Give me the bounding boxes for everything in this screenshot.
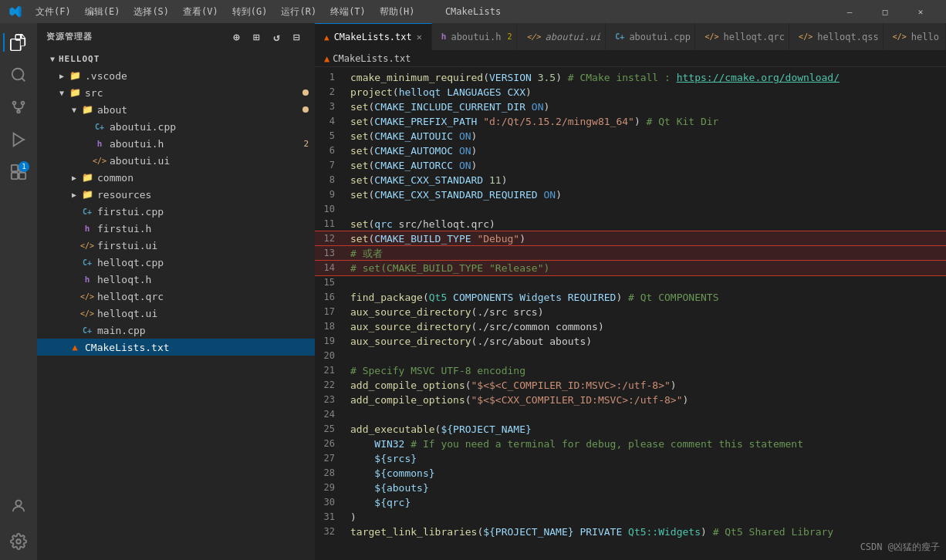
tree-item-label: main.cpp <box>97 325 146 336</box>
hello-tab-icon: </> <box>893 32 907 41</box>
chevron-down-icon: ▼ <box>56 86 68 99</box>
refresh-button[interactable]: ↺ <box>269 29 285 46</box>
code-line-15: 15 <box>315 275 946 290</box>
resources-folder-icon: 📁 <box>80 187 94 201</box>
sidebar-item-resources[interactable]: ▶ 📁 resources <box>37 186 315 203</box>
code-line-31: 31 ) <box>315 510 946 525</box>
menu-edit[interactable]: 编辑(E) <box>79 4 127 20</box>
tab-hello[interactable]: </> hello <box>883 23 946 50</box>
new-folder-button[interactable]: ⊞ <box>248 29 265 46</box>
window-title: CMakeLists <box>445 6 501 17</box>
breadcrumb-text: CMakeLists.txt <box>333 53 410 64</box>
activity-bar: 1 <box>0 23 37 560</box>
code-line-29: 29 ${abouts} <box>315 481 946 495</box>
tree-item-label: src <box>85 87 103 99</box>
code-line-23: 23 add_compile_options("$<$<CXX_COMPILER… <box>315 393 946 407</box>
modified-dot <box>302 89 309 96</box>
tab-label: CMakeLists.txt <box>334 32 412 42</box>
cmake-tab-icon: ▲ <box>324 32 329 42</box>
extensions-icon[interactable]: 1 <box>3 157 34 187</box>
sidebar-item-helloqt-qrc[interactable]: ▶ </> helloqt.qrc <box>37 288 315 305</box>
tab-aboutui-ui[interactable]: </> aboutui.ui <box>517 23 606 50</box>
menu-select[interactable]: 选择(S) <box>127 4 175 20</box>
code-line-24: 24 <box>315 407 946 422</box>
code-line-26: 26 WIN32 # If you need a terminal for de… <box>315 437 946 451</box>
menu-file[interactable]: 文件(F) <box>29 4 77 20</box>
cpp-file-icon3: C+ <box>80 255 94 269</box>
source-control-icon[interactable] <box>3 92 34 123</box>
tab-cmakelists[interactable]: ▲ CMakeLists.txt ✕ <box>315 23 432 50</box>
sidebar-item-firstui-ui[interactable]: ▶ </> firstui.ui <box>37 237 315 254</box>
tree-item-label: about <box>97 104 127 116</box>
code-editor[interactable]: 1 cmake_minimum_required(VERSION 3.5) # … <box>315 67 946 560</box>
minimize-button[interactable]: — <box>832 0 867 23</box>
sidebar-item-helloqt-ui[interactable]: ▶ </> helloqt.ui <box>37 305 315 322</box>
sidebar-item-firstui-cpp[interactable]: ▶ C+ firstui.cpp <box>37 203 315 220</box>
run-debug-icon[interactable] <box>3 124 34 155</box>
tree-root-helloqt[interactable]: ▼ HELLOQT <box>37 50 315 67</box>
collapse-all-button[interactable]: ⊟ <box>289 29 306 46</box>
sidebar-item-aboutui-h[interactable]: ▶ h aboutui.h 2 <box>37 135 315 152</box>
cpp-tab-icon: C+ <box>615 32 624 41</box>
title-bar: 文件(F) 编辑(E) 选择(S) 查看(V) 转到(G) 运行(R) 终端(T… <box>0 0 946 23</box>
code-line-17: 17 aux_source_directory(./src srcs) <box>315 305 946 319</box>
code-line-3: 3 set(CMAKE_INCLUDE_CURRENT_DIR ON) <box>315 100 946 114</box>
tab-label: aboutui.h <box>451 32 501 42</box>
search-icon[interactable] <box>3 59 34 90</box>
sidebar-item-helloqt-cpp[interactable]: ▶ C+ helloqt.cpp <box>37 254 315 271</box>
tree-item-label: helloqt.qrc <box>97 291 164 302</box>
sidebar-title: 资源管理器 <box>46 31 93 42</box>
tree-item-label: helloqt.h <box>97 274 151 285</box>
menu-goto[interactable]: 转到(G) <box>226 4 274 20</box>
sidebar-item-about[interactable]: ▼ 📁 about <box>37 101 315 118</box>
chevron-down-icon: ▼ <box>68 103 80 116</box>
explorer-icon[interactable] <box>3 27 34 58</box>
sidebar-item-cmakelists[interactable]: ▶ ▲ CMakeLists.txt <box>37 339 315 356</box>
sidebar-item-aboutui-ui[interactable]: ▶ </> aboutui.ui <box>37 152 315 169</box>
sidebar-header-actions: ⊕ ⊞ ↺ ⊟ <box>228 29 306 46</box>
tab-label: aboutui.cpp <box>629 32 690 42</box>
tree-item-label: aboutui.ui <box>110 155 170 167</box>
tab-aboutui-h[interactable]: h aboutui.h 2 <box>432 23 518 50</box>
maximize-button[interactable]: □ <box>867 0 903 23</box>
cmake-file-icon: ▲ <box>68 340 82 354</box>
code-line-21: 21 # Specify MSVC UTF-8 encoding <box>315 363 946 378</box>
menu-terminal[interactable]: 终端(T) <box>324 4 372 20</box>
tree-item-label: firstui.h <box>97 223 151 234</box>
breadcrumb: ▲ CMakeLists.txt <box>315 50 946 67</box>
sidebar-item-aboutui-cpp[interactable]: ▶ C+ aboutui.cpp <box>37 118 315 135</box>
account-icon[interactable] <box>3 491 34 521</box>
sidebar-item-vscode[interactable]: ▶ 📁 .vscode <box>37 67 315 84</box>
h-file-icon2: h <box>80 221 94 235</box>
tab-label: hello <box>911 32 939 42</box>
menu-view[interactable]: 查看(V) <box>177 4 225 20</box>
sidebar-item-helloqt-h[interactable]: ▶ h helloqt.h <box>37 271 315 288</box>
tree-item-label: helloqt.ui <box>97 308 157 319</box>
menu-bar: 文件(F) 编辑(E) 选择(S) 查看(V) 转到(G) 运行(R) 终端(T… <box>29 4 832 20</box>
tab-bar: ▲ CMakeLists.txt ✕ h aboutui.h 2 </> abo… <box>315 23 946 50</box>
tab-helloqt-qss[interactable]: </> helloqt.qss <box>789 23 883 50</box>
menu-help[interactable]: 帮助(H) <box>373 4 421 20</box>
sidebar-item-src[interactable]: ▼ 📁 src <box>37 84 315 101</box>
settings-icon[interactable] <box>3 526 34 557</box>
sidebar-item-main-cpp[interactable]: ▶ C+ main.cpp <box>37 322 315 339</box>
tree-item-label: .vscode <box>85 70 127 82</box>
tree-item-label: resources <box>97 189 151 201</box>
sidebar-item-common[interactable]: ▶ 📁 common <box>37 169 315 186</box>
src-folder-icon: 📁 <box>68 86 82 100</box>
tab-aboutui-cpp[interactable]: C+ aboutui.cpp <box>606 23 695 50</box>
tab-label: aboutui.ui <box>545 32 600 42</box>
svg-rect-7 <box>12 173 18 179</box>
menu-run[interactable]: 运行(R) <box>275 4 323 20</box>
tab-close-button[interactable]: ✕ <box>417 31 422 43</box>
new-file-button[interactable]: ⊕ <box>228 29 245 46</box>
svg-rect-5 <box>12 165 18 171</box>
close-button[interactable]: ✕ <box>903 0 938 23</box>
window-controls: — □ ✕ <box>832 0 938 23</box>
svg-point-9 <box>15 501 21 506</box>
tab-helloqt-qrc[interactable]: </> helloqt.qrc <box>695 23 789 50</box>
qrc-tab-icon: </> <box>704 32 718 41</box>
code-line-20: 20 <box>315 349 946 363</box>
sidebar-item-firstui-h[interactable]: ▶ h firstui.h <box>37 220 315 237</box>
tree-item-label: CMakeLists.txt <box>85 342 170 353</box>
